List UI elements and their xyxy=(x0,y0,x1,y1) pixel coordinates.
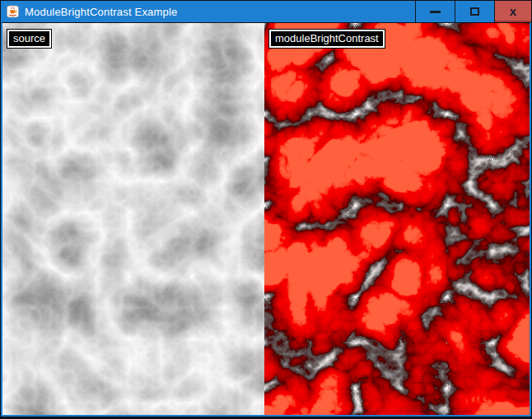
minimize-button[interactable] xyxy=(415,1,455,22)
source-noise-image xyxy=(2,23,264,415)
module-output-label: moduleBrightContrast xyxy=(269,30,385,48)
maximize-icon xyxy=(470,7,479,16)
source-label: source xyxy=(7,30,51,48)
app-window: ModuleBrightContrast Example x xyxy=(0,0,532,419)
minimize-icon xyxy=(430,11,441,13)
source-image-panel: source xyxy=(2,23,264,415)
titlebar[interactable]: ModuleBrightContrast Example x xyxy=(1,1,531,22)
close-icon: x xyxy=(510,5,516,17)
close-button[interactable]: x xyxy=(494,1,531,22)
java-coffee-cup-icon xyxy=(7,5,19,18)
module-output-panel: moduleBrightContrast xyxy=(264,23,530,415)
content-area: source xyxy=(1,22,531,417)
window-title: ModuleBrightContrast Example xyxy=(25,6,178,18)
window-controls: x xyxy=(415,1,531,22)
module-output-image xyxy=(264,23,530,415)
maximize-button[interactable] xyxy=(455,1,494,22)
